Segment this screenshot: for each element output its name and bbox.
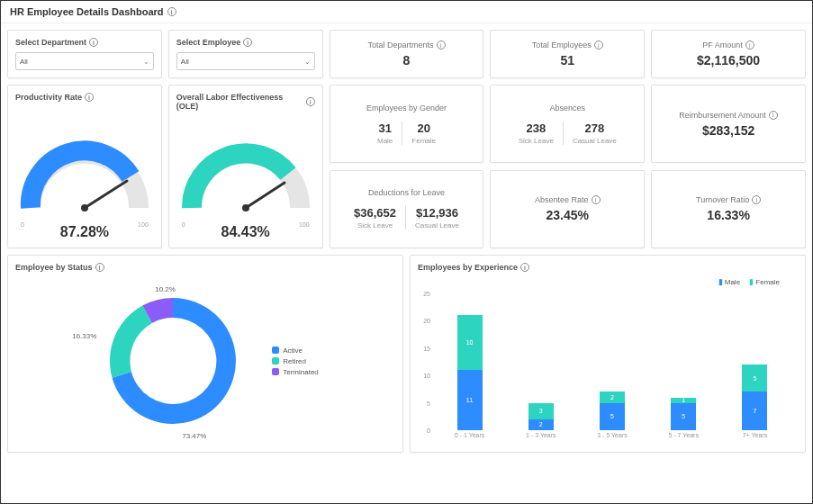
y-axis: 0 5 10 15 20 25 [418,293,432,430]
svg-point-1 [242,204,249,212]
gauge-productivity: Productivity Ratei 0100 87.28% [7,85,162,248]
bar-segment: 2 [528,419,554,430]
info-icon[interactable]: i [752,195,761,204]
split-absences: Absences 238Sick Leave 278Casual Leave [490,85,645,163]
split-deductions: Deductions for Leave $36,652Sick Leave $… [330,170,484,248]
kpi-total-employees: Total Employeesi 51 [490,30,645,78]
x-axis: 0 - 1 Years 1 - 3 Years 3 - 5 Years 5 - … [434,432,790,445]
svg-point-0 [81,204,88,212]
bar-column: 51 [671,293,696,430]
bar-column: 52 [600,293,625,430]
info-icon[interactable]: i [520,263,529,272]
info-icon[interactable]: i [592,195,601,204]
bar-segment: 10 [457,315,483,370]
filter-employee-card: Select Employee i All ⌄ [168,30,323,78]
filter-label: Select Department i [15,38,154,47]
gauge-ole: Overall Labor Effectiveness (OLE)i 0100 … [168,85,323,248]
bar-segment: 1 [671,398,696,403]
bar-segment: 11 [457,370,483,430]
donut-legend: Active Retired Terminated [272,344,319,379]
split-gender: Employees by Gender 31Male 20Female [330,85,484,163]
bar-legend: ▮ Male ▮ Female [718,277,781,286]
kpi-turnover-ratio: Turnover Ratioi 16.33% [651,170,806,248]
bar-segment: 5 [742,364,767,392]
gauge-chart [178,136,313,221]
kpi-total-departments: Total Departmentsi 8 [330,30,484,78]
kpi-value: 51 [561,53,575,68]
chevron-down-icon: ⌄ [304,58,311,66]
info-icon[interactable]: i [243,38,252,47]
info-icon[interactable]: i [85,93,94,102]
bar-area: 111023525175 [434,293,790,430]
filter-department-card: Select Department i All ⌄ [7,30,162,78]
filter-label: Select Employee i [176,38,315,47]
info-icon[interactable]: i [89,38,98,47]
info-icon[interactable]: i [306,97,315,106]
gauge-value: 87.28% [60,224,109,240]
kpi-value: 8 [403,53,411,68]
bar-segment: 3 [528,403,554,419]
gauge-value: 84.43% [221,224,270,240]
chart-employee-experience: Employees by Experiencei ▮ Male ▮ Female… [410,255,806,453]
chevron-down-icon: ⌄ [143,58,149,66]
info-icon[interactable]: i [95,263,104,272]
page-title: HR Employee Details Dashboard [10,6,164,17]
bar-column: 23 [528,293,554,430]
info-icon[interactable]: i [769,111,778,120]
bar-segment: 5 [671,403,696,430]
info-icon[interactable]: i [745,40,754,50]
bar-segment: 2 [600,392,625,402]
department-select[interactable]: All ⌄ [15,52,154,70]
kpi-absentee-rate: Absentee Ratei 23.45% [490,170,645,248]
bar-segment: 7 [742,392,767,430]
employee-select[interactable]: All ⌄ [176,52,315,70]
kpi-pf-amount: PF Amounti $2,116,500 [651,30,806,78]
bar-segment: 5 [600,403,625,430]
bar-column: 1110 [457,293,483,430]
donut-chart [92,280,254,442]
dashboard-header: HR Employee Details Dashboard i [1,1,812,23]
bar-column: 75 [742,293,767,430]
kpi-reimbursement: Reimbursement Amounti $283,152 [651,85,806,163]
info-icon[interactable]: i [594,40,603,50]
gauge-chart [17,136,152,221]
info-icon[interactable]: i [437,40,446,50]
chart-employee-status: Employee by Statusi 10.2% 16.33% 73.47% … [7,255,403,453]
info-icon[interactable]: i [167,7,176,16]
kpi-value: $2,116,500 [697,53,760,68]
